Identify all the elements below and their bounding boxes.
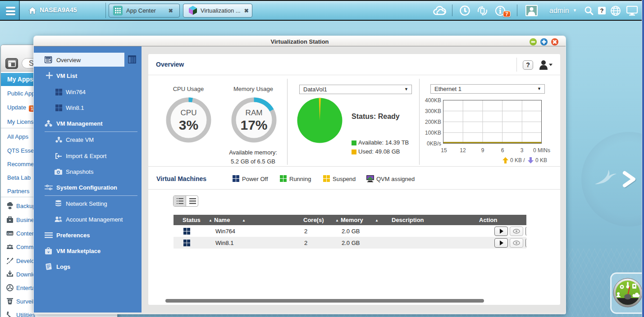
svg-text:RAM: RAM [246, 109, 263, 117]
svg-text:400KB: 400KB [425, 97, 441, 104]
svg-text:CPU: CPU [181, 109, 197, 117]
svg-text:9: 9 [481, 147, 484, 153]
svg-text:0 MINs: 0 MINs [533, 147, 550, 153]
svg-text:6: 6 [501, 147, 504, 153]
svg-text:CMS: CMS [7, 232, 13, 235]
svg-text:200KB: 200KB [425, 119, 441, 125]
svg-text:300KB: 300KB [425, 108, 441, 114]
svg-text:v: v [47, 250, 50, 254]
svg-text:15: 15 [441, 147, 447, 153]
svg-text:3%: 3% [179, 118, 198, 132]
svg-text:0KB/s: 0KB/s [427, 140, 441, 147]
svg-text:100KB: 100KB [425, 130, 441, 136]
svg-text:12: 12 [460, 147, 466, 153]
svg-text:17%: 17% [240, 118, 267, 132]
svg-text:3: 3 [521, 147, 524, 153]
